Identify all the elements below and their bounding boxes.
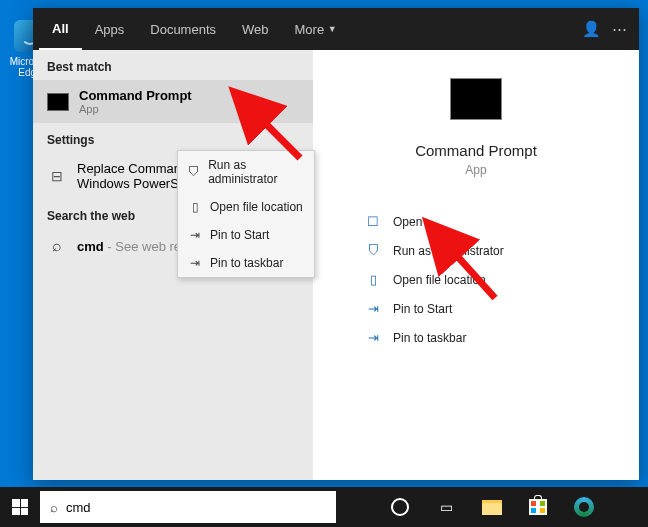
pin-icon: ⇥: [188, 256, 202, 270]
settings-header: Settings: [33, 123, 313, 153]
cmd-icon: [47, 93, 69, 111]
settings-icon: ⊟: [47, 166, 67, 186]
context-open-file-location[interactable]: ▯ Open file location: [178, 193, 314, 221]
task-view-button[interactable]: ▭: [424, 487, 468, 527]
results-pane: Best match Command Prompt App Settings ⊟…: [33, 50, 313, 480]
cmd-large-icon: [450, 78, 502, 120]
result-subtitle: App: [79, 103, 299, 115]
taskbar-search[interactable]: ⌕: [40, 491, 336, 523]
search-panel: All Apps Documents Web More ▼ 👤 ⋯ Best m…: [33, 8, 639, 480]
taskbar: ⌕ ▭: [0, 487, 648, 527]
shield-icon: ⛉: [365, 243, 381, 258]
pin-icon: ⇥: [188, 228, 202, 242]
detail-title: Command Prompt: [313, 142, 639, 159]
feedback-icon[interactable]: 👤: [577, 20, 605, 38]
detail-subtitle: App: [313, 163, 639, 177]
taskbar-explorer[interactable]: [470, 487, 514, 527]
action-pin-to-taskbar[interactable]: ⇥ Pin to taskbar: [313, 323, 639, 352]
detail-pane: Command Prompt App ☐ Open ⛉ Run as admin…: [313, 50, 639, 480]
pin-icon: ⇥: [365, 301, 381, 316]
shield-icon: ⛉: [188, 165, 200, 179]
search-input[interactable]: [66, 500, 326, 515]
open-icon: ☐: [365, 214, 381, 229]
edge-icon: [574, 497, 594, 517]
action-open[interactable]: ☐ Open: [313, 207, 639, 236]
cortana-icon: [391, 498, 409, 516]
tab-web[interactable]: Web: [229, 8, 282, 50]
search-tabs: All Apps Documents Web More ▼ 👤 ⋯: [33, 8, 639, 50]
tab-apps[interactable]: Apps: [82, 8, 138, 50]
windows-icon: [12, 499, 28, 515]
context-pin-to-taskbar[interactable]: ⇥ Pin to taskbar: [178, 249, 314, 277]
tab-documents[interactable]: Documents: [137, 8, 229, 50]
cortana-button[interactable]: [378, 487, 422, 527]
taskview-icon: ▭: [440, 499, 453, 515]
start-button[interactable]: [0, 487, 40, 527]
folder-icon: ▯: [365, 272, 381, 287]
tab-all[interactable]: All: [39, 8, 82, 50]
result-command-prompt[interactable]: Command Prompt App: [33, 80, 313, 123]
search-icon: ⌕: [47, 237, 67, 255]
action-open-file-location[interactable]: ▯ Open file location: [313, 265, 639, 294]
explorer-icon: [482, 500, 502, 515]
search-icon: ⌕: [50, 500, 58, 515]
context-menu: ⛉ Run as administrator ▯ Open file locat…: [177, 150, 315, 278]
options-icon[interactable]: ⋯: [605, 20, 633, 38]
store-icon: [529, 499, 547, 515]
pin-icon: ⇥: [365, 330, 381, 345]
result-title: Command Prompt: [79, 88, 299, 103]
best-match-header: Best match: [33, 50, 313, 80]
action-run-as-admin[interactable]: ⛉ Run as administrator: [313, 236, 639, 265]
chevron-down-icon: ▼: [328, 24, 337, 34]
context-pin-to-start[interactable]: ⇥ Pin to Start: [178, 221, 314, 249]
context-run-as-admin[interactable]: ⛉ Run as administrator: [178, 151, 314, 193]
folder-icon: ▯: [188, 200, 202, 214]
tab-more[interactable]: More ▼: [282, 8, 350, 50]
action-pin-to-start[interactable]: ⇥ Pin to Start: [313, 294, 639, 323]
taskbar-edge[interactable]: [562, 487, 606, 527]
taskbar-store[interactable]: [516, 487, 560, 527]
